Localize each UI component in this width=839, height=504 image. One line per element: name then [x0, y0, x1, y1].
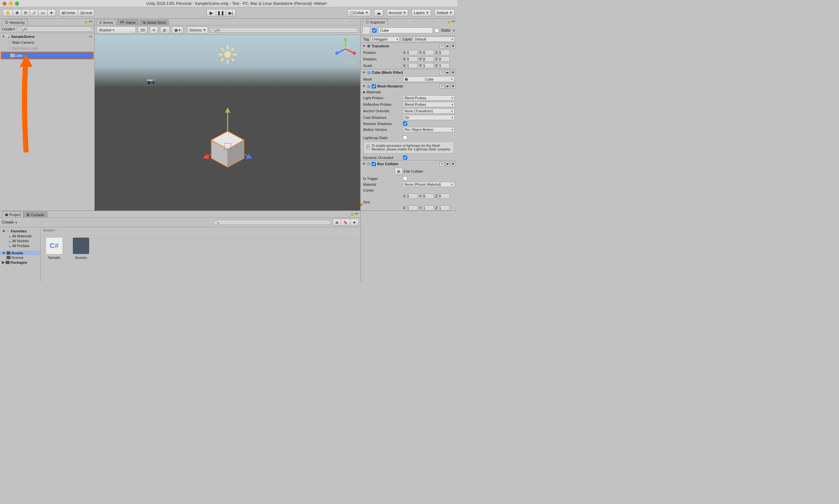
cs-y[interactable]	[422, 205, 434, 211]
cs-x[interactable]	[406, 205, 418, 211]
pivot-center-toggle[interactable]: ⊞ Center	[59, 9, 78, 16]
motion-dropdown[interactable]: Per Object Motion♦	[403, 127, 454, 132]
scale-z-input[interactable]	[438, 63, 450, 68]
panel-menu-icon[interactable]: 🔒 ▾≡	[350, 212, 359, 215]
inspector-tab[interactable]: ⓘ Inspector	[362, 19, 388, 25]
lightprobes-dropdown[interactable]: Blend Probes♦	[403, 95, 454, 101]
castshadows-dropdown[interactable]: On♦	[403, 115, 454, 120]
gizmos-dropdown[interactable]: Gizmos▼	[187, 26, 208, 34]
account-dropdown[interactable]: Account▼	[387, 9, 409, 16]
static-checkbox[interactable]	[435, 29, 439, 33]
panel-menu-icon[interactable]: 🔒 ▾≡	[84, 20, 92, 23]
pos-z-input[interactable]	[438, 50, 450, 55]
gear-icon[interactable]: ⚙	[451, 44, 455, 48]
scale-y-input[interactable]	[422, 63, 434, 68]
cc-x[interactable]	[406, 194, 418, 199]
gameobject-active-checkbox[interactable]	[372, 29, 377, 33]
rect-tool-button[interactable]: ▭	[38, 9, 47, 16]
fav-models[interactable]: 🔍All Models	[0, 238, 40, 243]
hand-tool-button[interactable]: ✋	[3, 9, 13, 16]
recvshadows-checkbox[interactable]	[403, 122, 407, 126]
hierarchy-item-cube[interactable]: Cube	[2, 53, 93, 58]
window-minimize-button[interactable]	[9, 2, 13, 5]
scene-axis-gizmo[interactable]: y z x	[334, 38, 357, 60]
cc-z[interactable]	[438, 194, 450, 199]
anchor-field[interactable]: None (Transform)⊙	[403, 108, 454, 113]
meshrenderer-header[interactable]: ▼▦Mesh Renderer?⇄⚙	[360, 83, 457, 89]
move-tool-button[interactable]: ✥	[13, 9, 21, 16]
hierarchy-create-dropdown[interactable]: Create ▼	[2, 27, 15, 31]
tag-dropdown[interactable]: Untagged♦	[370, 37, 400, 42]
meshfilter-header[interactable]: ▼▦Cube (Mesh Filter)?⇄⚙	[360, 69, 457, 76]
layout-dropdown[interactable]: Default▼	[434, 9, 454, 16]
layers-dropdown[interactable]: Layers▼	[411, 9, 431, 16]
project-search-input[interactable]: 🔍	[213, 220, 331, 225]
step-button[interactable]: ▶|	[226, 9, 236, 16]
scene-lighting-toggle[interactable]: ☀	[149, 26, 158, 34]
physmat-field[interactable]: None (Physic Material)⊙	[403, 182, 454, 187]
scale-x-input[interactable]	[406, 63, 418, 68]
dynocc-checkbox[interactable]	[403, 156, 407, 160]
rot-x-input[interactable]	[406, 56, 418, 62]
pause-button[interactable]: ❚❚	[216, 9, 226, 16]
assets-row[interactable]: ▼Assets	[0, 251, 40, 255]
play-button[interactable]: ▶	[207, 9, 216, 16]
boxcollider-header[interactable]: ▼⬒Box Collider?⇄⚙	[360, 161, 457, 167]
scene-root[interactable]: ▼🎲SampleScene ▾≡	[0, 34, 94, 39]
reflprobes-dropdown[interactable]: Blend Probes♦	[403, 102, 454, 107]
rotate-tool-button[interactable]: ⟳	[21, 9, 30, 16]
shaded-dropdown[interactable]: Shaded▾	[97, 26, 136, 34]
filter-hierarchy-icon[interactable]: ⊞	[333, 219, 341, 226]
cc-y[interactable]	[422, 194, 434, 199]
gameobject-name-input[interactable]	[378, 28, 433, 33]
static-dropdown-icon[interactable]: ▼	[453, 29, 455, 32]
fav-prefabs[interactable]: 🔍All Prefabs	[0, 243, 40, 248]
collab-dropdown[interactable]: ◯ Collab▼	[347, 9, 370, 16]
panel-menu-icon[interactable]: 🔒 ▾≡	[447, 20, 455, 23]
project-item-sample[interactable]: C#Sample	[44, 237, 64, 259]
filter-type-icon[interactable]: 🔖	[341, 219, 351, 226]
asset-store-tab[interactable]: 🛍 Asset Store	[140, 20, 169, 25]
scene-tab[interactable]: # Scene	[97, 20, 116, 25]
rot-z-input[interactable]	[438, 56, 450, 62]
boxcollider-enable-checkbox[interactable]	[372, 162, 376, 166]
istrigger-checkbox[interactable]	[403, 176, 407, 181]
hierarchy-search-input[interactable]: 🔍 All	[17, 26, 92, 32]
window-close-button[interactable]	[3, 2, 6, 5]
cloud-button[interactable]: ☁	[374, 9, 383, 16]
scene-audio-toggle[interactable]: 🔊	[160, 26, 170, 34]
favorites-row[interactable]: ▼★Favorites	[0, 229, 40, 233]
help-icon[interactable]: ?	[440, 44, 444, 48]
window-maximize-button[interactable]	[15, 2, 19, 5]
scene-search-input[interactable]: 🔍 All	[210, 28, 358, 33]
gameobject-icon[interactable]	[362, 26, 370, 34]
project-item-scenes[interactable]: Scenes	[71, 237, 91, 259]
scene-2d-toggle[interactable]: 2D	[138, 26, 148, 34]
local-global-toggle[interactable]: ⊡ Local	[78, 9, 94, 16]
pos-y-input[interactable]	[422, 50, 434, 55]
project-breadcrumb[interactable]: Assets ›	[40, 227, 360, 233]
layer-dropdown[interactable]: Default♦	[413, 37, 454, 42]
scene-cube-gizmo[interactable]	[195, 104, 260, 173]
hierarchy-item-light[interactable]: Directional Light	[0, 46, 94, 51]
assets-scenes-row[interactable]: Scenes	[0, 255, 40, 260]
pos-x-input[interactable]	[406, 50, 418, 55]
game-tab[interactable]: 🎮 Game	[117, 19, 139, 25]
cs-z[interactable]	[438, 205, 450, 211]
console-tab[interactable]: ▤ Console	[23, 212, 47, 217]
scene-fx-toggle[interactable]: ▦ ▾	[172, 26, 183, 34]
packages-row[interactable]: ▶Packages	[0, 260, 40, 265]
transform-component-header[interactable]: ▼⚙Transform?⇄⚙	[360, 43, 457, 49]
unified-tool-button[interactable]: ✦	[47, 9, 56, 16]
hierarchy-tab[interactable]: ☰ Hierarchy	[2, 19, 28, 25]
mesh-field[interactable]: ▦ Cube⊙	[403, 76, 454, 82]
preset-icon[interactable]: ⇄	[445, 44, 450, 48]
scene-viewport[interactable]: 📷 y z x ◁ Persp	[95, 35, 360, 211]
scale-tool-button[interactable]: ⤢	[30, 9, 38, 16]
rot-y-input[interactable]	[422, 56, 434, 62]
fav-materials[interactable]: 🔍All Materials	[0, 233, 40, 238]
lightmap-static-checkbox[interactable]	[403, 136, 407, 140]
hierarchy-item-camera[interactable]: Main Camera	[0, 39, 94, 46]
filter-star-icon[interactable]: ★	[351, 219, 359, 226]
meshrenderer-enable-checkbox[interactable]	[372, 84, 376, 88]
